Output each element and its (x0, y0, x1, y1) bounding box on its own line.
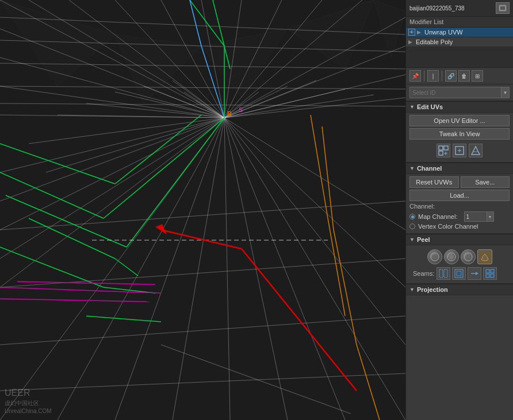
toolbar-row: 📌 | 🔗 🗑 ⊞ (406, 68, 513, 84)
edit-uvs-section-header[interactable]: ▼ Edit UVs (406, 101, 513, 113)
right-panel: baijian09222055_738 Modifier List 👁 ▶ Un… (405, 0, 513, 420)
tri-icon-2: ▶ (408, 39, 414, 45)
svg-rect-117 (491, 269, 494, 273)
seams-row: Seams: (409, 266, 510, 281)
map-channel-spinner[interactable]: ▼ (487, 211, 494, 222)
svg-rect-119 (491, 274, 494, 278)
channel-section-header[interactable]: ▼ Channel (406, 163, 513, 174)
map-channel-input[interactable] (464, 211, 487, 222)
pin-icon[interactable]: 📌 (409, 70, 421, 82)
modifier-label-2: Editable Poly (416, 38, 453, 45)
seams-icons (437, 267, 497, 280)
projection-section-header[interactable]: ▼ Projection (406, 284, 513, 295)
svg-rect-116 (486, 269, 489, 273)
svg-rect-97 (439, 146, 443, 150)
select-id-row: ▼ (406, 84, 513, 101)
peel-btn-4[interactable] (477, 249, 492, 264)
map-channel-row[interactable]: Map Channel: ▼ (409, 211, 510, 222)
svg-rect-118 (486, 274, 489, 278)
projection-arrow: ▼ (409, 287, 415, 292)
svg-text:R: R (227, 110, 232, 117)
peel-icons-row (409, 248, 510, 266)
edit-uvs-title: Edit UVs (417, 103, 443, 110)
open-uv-editor-btn[interactable]: Open UV Editor ... (409, 115, 510, 126)
map-channel-value-display (460, 213, 462, 220)
svg-rect-96 (500, 6, 505, 10)
uv-stitch-icon[interactable] (469, 144, 483, 157)
channel-content: Reset UVWs Save... Load... Channel: Map … (406, 174, 513, 234)
watermark: UEER 虚幻中国社区 UnrealChina.COM (5, 387, 52, 415)
load-btn[interactable]: Load... (409, 190, 510, 201)
uv-icon-row (409, 141, 510, 160)
eye-icon[interactable]: 👁 (408, 29, 415, 36)
channel-label: Channel: (409, 203, 435, 210)
peel-btn-3[interactable] (461, 249, 476, 264)
uv-normalize-icon[interactable] (453, 144, 466, 157)
modifier-item-unwrap[interactable]: 👁 ▶ Unwrap UVW (406, 28, 513, 37)
svg-rect-99 (444, 146, 448, 150)
modifier-list-area: 👁 ▶ Unwrap UVW ▶ Editable Poly (406, 28, 513, 68)
svg-marker-105 (472, 147, 480, 155)
svg-rect-113 (457, 271, 461, 276)
delete-icon[interactable]: 🗑 (458, 70, 470, 82)
cursor-icon[interactable]: | (427, 70, 439, 82)
seam-btn-4[interactable] (483, 267, 497, 280)
seam-btn-2[interactable] (452, 267, 466, 280)
panel-icon (496, 2, 510, 14)
watermark-line2: UnrealChina.COM (5, 407, 52, 415)
seam-btn-3[interactable] (468, 267, 481, 280)
watermark-line1: 虚幻中国社区 (5, 399, 52, 407)
edit-uvs-arrow: ▼ (409, 104, 415, 110)
svg-rect-111 (444, 269, 447, 278)
modifier-label: Unwrap UVW (424, 29, 463, 36)
tri-icon: ▶ (417, 29, 423, 35)
edit-uvs-content: Open UV Editor ... Tweak In View (406, 113, 513, 163)
modifier-list-label: Modifier List (406, 17, 513, 28)
grid-icon[interactable]: ⊞ (472, 70, 483, 82)
panel-title-bar: baijian09222055_738 (406, 0, 513, 17)
peel-btn-1[interactable] (427, 249, 442, 264)
peel-section-header[interactable]: ▼ Peel (406, 234, 513, 245)
seams-label: Seams: (413, 270, 434, 277)
map-channel-radio[interactable] (409, 214, 415, 219)
svg-rect-110 (439, 269, 443, 278)
channel-row: Channel: (409, 203, 510, 210)
modifier-item-editable-poly[interactable]: ▶ Editable Poly (406, 37, 513, 47)
channel-btns-row: Reset UVWs Save... (409, 176, 510, 188)
link-icon[interactable]: 🔗 (445, 70, 457, 82)
save-btn[interactable]: Save... (461, 176, 510, 188)
wireframe-overlay: R S (0, 0, 405, 420)
svg-rect-98 (439, 151, 443, 155)
map-channel-label: Map Channel: (418, 213, 458, 220)
peel-arrow: ▼ (409, 237, 415, 242)
toolbar-sep-1 (424, 71, 424, 81)
viewport: R S UEER 虚幻中国社区 UnrealChina.COM (0, 0, 405, 420)
toolbar-sep-2 (442, 71, 442, 81)
vertex-color-label: Vertex Color Channel (418, 223, 478, 230)
projection-title: Projection (417, 286, 448, 293)
svg-text:S: S (239, 106, 243, 113)
svg-marker-115 (476, 272, 478, 275)
tweak-in-view-btn[interactable]: Tweak In View (409, 128, 510, 140)
peel-content: Seams: (406, 245, 513, 284)
panel-object-name: baijian09222055_738 (409, 5, 496, 11)
uv-pack-icon[interactable] (437, 144, 450, 157)
seam-btn-1[interactable] (437, 267, 450, 280)
channel-arrow: ▼ (409, 165, 415, 171)
watermark-logo: UEER (5, 387, 52, 399)
peel-title: Peel (417, 236, 430, 243)
peel-btn-2[interactable] (444, 249, 459, 264)
select-id-input[interactable] (409, 87, 501, 98)
vertex-color-radio[interactable] (409, 224, 415, 229)
reset-uvws-btn[interactable]: Reset UVWs (409, 176, 459, 188)
select-id-spinner[interactable]: ▼ (501, 87, 510, 98)
channel-title: Channel (417, 165, 442, 172)
vertex-color-row[interactable]: Vertex Color Channel (409, 223, 510, 230)
